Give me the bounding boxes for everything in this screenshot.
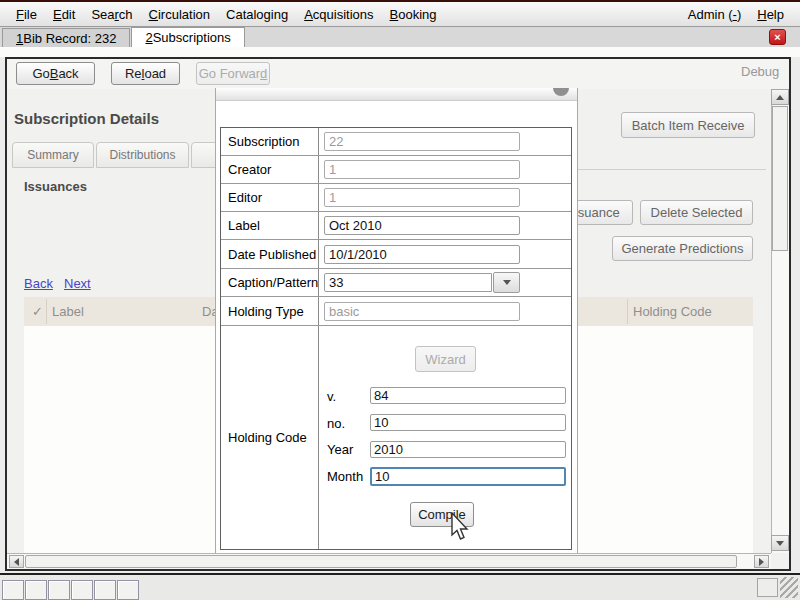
mouse-cursor <box>450 512 472 542</box>
year-label: Year <box>327 442 353 457</box>
menu-search[interactable]: Search <box>83 7 140 22</box>
menu-edit[interactable]: Edit <box>45 7 83 22</box>
holding-code-label: Holding Code <box>221 326 319 549</box>
tab-bib-record[interactable]: 1 Bib Record: 232 <box>2 28 130 47</box>
year-input[interactable] <box>370 441 566 458</box>
caption-pattern-label: Caption/Pattern <box>221 269 319 296</box>
taskbar-slot <box>48 580 70 600</box>
form-row-date-published: Date Published <box>221 240 571 269</box>
form-row-subscription: Subscription <box>221 128 571 156</box>
subscription-input <box>324 132 520 151</box>
column-separator <box>627 299 628 324</box>
holding-type-input <box>324 302 520 321</box>
issuances-section-title: Issuances <box>24 179 87 194</box>
go-forward-button: Go Forward <box>196 62 270 85</box>
column-header-holding-code: Holding Code <box>633 304 712 319</box>
volume-input[interactable] <box>370 387 566 404</box>
back-link[interactable]: Back <box>24 276 53 291</box>
chevron-down-icon <box>503 280 511 285</box>
form-row-holding-code: Holding Code Wizard v. no. Year Month Co… <box>221 326 571 549</box>
go-back-button[interactable]: Go Back <box>16 62 95 85</box>
menu-cataloging[interactable]: Cataloging <box>218 7 296 22</box>
vertical-scrollbar-thumb[interactable] <box>772 106 788 251</box>
taskbar-slot <box>25 580 47 600</box>
page-title: Subscription Details <box>14 110 159 127</box>
form-row-editor: Editor <box>221 184 571 212</box>
menu-booking[interactable]: Booking <box>382 7 445 22</box>
holding-type-label: Holding Type <box>221 297 319 325</box>
number-input[interactable] <box>370 414 566 431</box>
tab-content-strip <box>0 47 800 57</box>
creator-input <box>324 160 520 179</box>
taskbar-slot <box>71 580 93 600</box>
column-header-check: ✓ <box>32 304 43 319</box>
number-label: no. <box>327 416 345 431</box>
issuance-form-table: Subscription Creator Editor Label Date P… <box>220 127 572 550</box>
window-resize-grip[interactable] <box>780 577 798 598</box>
form-row-caption-pattern: Caption/Pattern <box>221 269 571 297</box>
scroll-right-button[interactable] <box>754 555 769 568</box>
reload-button[interactable]: Reload <box>111 62 180 85</box>
delete-selected-button[interactable]: Delete Selected <box>640 200 753 225</box>
tab-subscriptions[interactable]: 2 Subscriptions <box>131 27 244 47</box>
creator-label: Creator <box>221 156 319 183</box>
scroll-left-button[interactable] <box>9 555 24 568</box>
arrow-up-icon <box>776 95 784 100</box>
date-published-input[interactable] <box>324 245 520 264</box>
menu-circulation[interactable]: Circulation <box>141 7 218 22</box>
form-row-holding-type: Holding Type <box>221 297 571 326</box>
generate-predictions-button[interactable]: Generate Predictions <box>612 236 753 261</box>
form-row-creator: Creator <box>221 156 571 184</box>
tab-distributions[interactable]: Distributions <box>96 142 189 168</box>
label-label: Label <box>221 212 319 239</box>
column-separator <box>46 299 47 324</box>
caption-pattern-dropdown-button[interactable] <box>493 272 520 293</box>
dialog-top-band <box>216 88 577 101</box>
taskbar-slot <box>94 580 116 600</box>
menu-acquisitions[interactable]: Acquisitions <box>296 7 381 22</box>
arrow-left-icon <box>14 558 19 566</box>
status-taskbar <box>0 573 800 600</box>
caption-pattern-input[interactable] <box>324 273 492 292</box>
horizontal-scrollbar-thumb[interactable] <box>25 555 737 568</box>
menu-admin[interactable]: Admin (-) <box>680 7 749 22</box>
taskbar-slot <box>2 580 24 600</box>
subscription-label: Subscription <box>221 128 319 155</box>
editor-input <box>324 188 520 207</box>
arrow-right-icon <box>759 558 764 566</box>
section-divider <box>578 169 766 170</box>
month-input-focused[interactable] <box>370 467 566 486</box>
date-published-label: Date Published <box>221 240 319 268</box>
tab-summary[interactable]: Summary <box>12 142 94 168</box>
menu-bar: File Edit Search Circulation Cataloging … <box>0 0 800 27</box>
close-icon: × <box>774 32 780 43</box>
window-tab-bar: 1 Bib Record: 232 2 Subscriptions <box>0 27 800 47</box>
menu-help[interactable]: Help <box>749 7 792 22</box>
batch-item-receive-button[interactable]: Batch Item Receive <box>621 112 755 138</box>
label-input[interactable] <box>324 216 520 235</box>
menu-file[interactable]: File <box>8 7 45 22</box>
form-row-label: Label <box>221 212 571 240</box>
taskbar-slot <box>117 580 139 600</box>
scroll-up-button[interactable] <box>771 89 789 105</box>
scroll-down-button[interactable] <box>771 535 789 551</box>
arrow-down-icon <box>776 541 784 546</box>
volume-label: v. <box>327 389 336 404</box>
wizard-button: Wizard <box>415 346 476 372</box>
issuance-editor-dialog: Subscription Creator Editor Label Date P… <box>215 88 578 553</box>
taskbar-corner-slot <box>757 578 778 597</box>
column-header-label: Label <box>52 304 84 319</box>
editor-label: Editor <box>221 184 319 211</box>
next-link[interactable]: Next <box>64 276 91 291</box>
month-label: Month <box>327 469 363 484</box>
debug-label: Debug <box>741 64 779 79</box>
close-tab-button[interactable]: × <box>769 29 786 45</box>
